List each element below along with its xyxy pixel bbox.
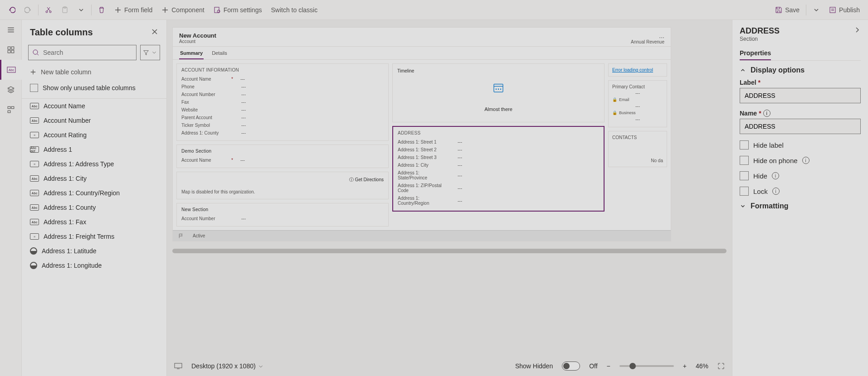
error-link[interactable]: Error loading control [612, 67, 653, 72]
column-item[interactable]: Address 1: Latitude [22, 244, 166, 258]
column-item[interactable]: AbcAddress 1: City [22, 171, 166, 186]
form-field[interactable]: Address 1: Street 3--- [398, 154, 599, 161]
new-column-button[interactable]: New table column [22, 64, 166, 80]
zoom-out-button[interactable]: − [607, 362, 610, 370]
search-input[interactable] [28, 45, 137, 60]
hide-label-checkbox[interactable]: Hide label [740, 140, 861, 149]
viewport-selector[interactable]: Desktop (1920 x 1080) [191, 362, 264, 370]
form-field[interactable]: Address 1: Country/Region--- [398, 194, 599, 207]
name-input[interactable] [740, 119, 861, 134]
properties-type: Section [740, 36, 861, 42]
close-panel-button[interactable] [151, 28, 158, 37]
column-item[interactable]: ≡Address 1: Address Type [22, 157, 166, 171]
label-input[interactable] [740, 88, 861, 103]
section-map[interactable]: ⓘ Get Directions Map is disabled for thi… [176, 172, 389, 199]
lock-checkbox[interactable]: Lock i [740, 187, 861, 196]
tree-rail-button[interactable] [0, 100, 22, 120]
hide-checkbox[interactable]: Hide i [740, 171, 861, 180]
zoom-slider[interactable] [619, 365, 674, 367]
save-dropdown[interactable] [808, 0, 824, 19]
column-item[interactable]: AbcAccount Number [22, 113, 166, 128]
column-label: Address 1: Latitude [42, 247, 97, 255]
column-item[interactable]: AbcAddress 1: Fax [22, 215, 166, 229]
info-icon[interactable]: i [763, 110, 770, 117]
paste-dropdown[interactable] [73, 0, 89, 19]
column-item[interactable]: Address 1: Longitude [22, 258, 166, 273]
canvas-scroll[interactable]: New Account Account ... Annual Revenue S… [167, 20, 732, 356]
form-field[interactable]: Account Name*--- [181, 75, 384, 83]
section-new[interactable]: New Section Account Number--- [176, 203, 389, 227]
timeline-status: Almost there [397, 106, 600, 112]
cut-button[interactable] [40, 0, 57, 19]
tab-properties[interactable]: Properties [740, 47, 771, 60]
info-icon[interactable]: i [802, 157, 809, 164]
switch-classic-button[interactable]: Switch to classic [266, 0, 322, 19]
components-rail-button[interactable] [0, 40, 22, 60]
form-field[interactable]: Address 1: State/Province--- [398, 169, 599, 182]
zoom-in-button[interactable]: + [683, 362, 687, 370]
form-surface[interactable]: New Account Account ... Annual Revenue S… [172, 27, 671, 241]
tab-summary[interactable]: Summary [179, 48, 204, 59]
horizontal-scrollbar[interactable] [172, 249, 727, 253]
columns-list[interactable]: AbcAccount NameAbcAccount Number≡Account… [22, 99, 166, 376]
undo-button[interactable] [4, 0, 20, 19]
hide-phone-checkbox[interactable]: Hide on phone i [740, 156, 861, 165]
unused-only-checkbox[interactable]: Show only unused table columns [22, 80, 166, 99]
fit-screen-button[interactable] [717, 362, 725, 370]
section-address[interactable]: ADDRESS Address 1: Street 1---Address 1:… [392, 126, 605, 212]
form-field[interactable]: Address 1: Street 1--- [398, 138, 599, 146]
column-item[interactable]: AbcAccount Name [22, 99, 166, 113]
tab-details[interactable]: Details [211, 48, 228, 59]
info-icon[interactable]: i [772, 188, 780, 195]
side-error-section[interactable]: Error loading control [608, 63, 667, 77]
form-field[interactable]: Website--- [181, 106, 384, 114]
optionset-icon: ≡ [30, 132, 39, 138]
publish-button[interactable]: Publish [824, 0, 864, 19]
info-icon[interactable]: i [772, 172, 779, 179]
form-field[interactable]: Phone--- [181, 83, 384, 91]
form-field[interactable]: Parent Account--- [181, 114, 384, 121]
add-component-button[interactable]: Component [157, 0, 209, 19]
show-hidden-toggle[interactable] [562, 362, 580, 371]
form-field[interactable]: Ticker Symbol--- [181, 121, 384, 129]
filter-button[interactable] [140, 45, 160, 60]
column-item[interactable]: ≡Address 1: Freight Terms [22, 229, 166, 244]
section-timeline[interactable]: Timeline Almost there [392, 63, 605, 122]
form-entity: Account [179, 39, 216, 44]
layers-rail-button[interactable] [0, 80, 22, 100]
get-directions-link[interactable]: ⓘ Get Directions [349, 177, 384, 183]
svg-rect-10 [11, 50, 14, 53]
paste-button[interactable] [57, 0, 73, 19]
form-field[interactable]: Address 1: ZIP/Postal Code--- [398, 182, 599, 194]
save-button[interactable]: Save [770, 0, 804, 19]
display-options-header[interactable]: Display options [740, 66, 861, 74]
redo-button[interactable] [20, 0, 36, 19]
form-header[interactable]: New Account Account ... Annual Revenue [173, 28, 671, 47]
add-form-field-button[interactable]: Form field [110, 0, 157, 19]
form-field[interactable]: Address 1: Street 2--- [398, 146, 599, 154]
column-item[interactable]: Abc defAddress 1 [22, 142, 166, 157]
form-field[interactable]: Address 1: County--- [181, 129, 384, 137]
hamburger-button[interactable] [0, 20, 22, 40]
side-primary-contact[interactable]: Primary Contact --- 🔒 Email --- 🔒 Busine… [608, 80, 667, 127]
form-field[interactable]: Address 1: City--- [398, 161, 599, 169]
column-item[interactable]: AbcAddress 1: Country/Region [22, 186, 166, 200]
columns-rail-button[interactable]: Abc [0, 60, 22, 80]
column-item[interactable]: AbcAddress 1: County [22, 200, 166, 215]
add-form-field-label: Form field [124, 6, 152, 14]
form-field[interactable]: Account Number--- [181, 91, 384, 98]
svg-rect-13 [8, 106, 10, 109]
form-field[interactable]: Fax--- [181, 98, 384, 106]
form-settings-button[interactable]: Form settings [209, 0, 267, 19]
side-contacts[interactable]: CONTACTS No da [608, 131, 667, 167]
expand-chevron-icon[interactable] [853, 26, 861, 34]
chevron-down-icon [151, 49, 157, 56]
form-field[interactable]: Account Number--- [181, 215, 384, 222]
search-field[interactable] [43, 49, 132, 56]
delete-button[interactable] [93, 0, 110, 19]
form-field[interactable]: Account Name*--- [181, 156, 384, 164]
column-item[interactable]: ≡Account Rating [22, 128, 166, 142]
section-demo[interactable]: Demo Section Account Name*--- [176, 145, 389, 168]
section-account-info[interactable]: ACCOUNT INFORMATION Account Name*---Phon… [176, 63, 389, 141]
formatting-header[interactable]: Formatting [740, 202, 861, 210]
